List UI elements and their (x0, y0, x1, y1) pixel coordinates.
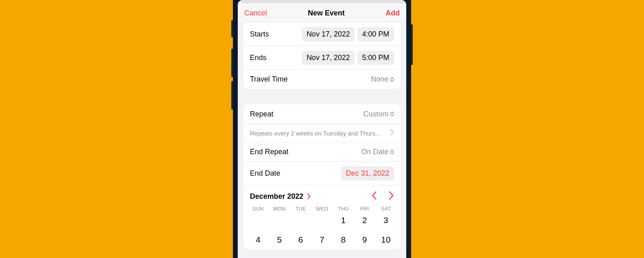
volume-down-button (231, 81, 233, 110)
chevron-right-icon (307, 192, 311, 200)
ends-time-button[interactable]: 5:00 PM (357, 51, 394, 65)
updown-icon (390, 112, 394, 116)
volume-up-button (231, 49, 233, 77)
new-event-modal: Cancel New Event Add Starts Nov 17, 2022… (238, 3, 406, 258)
calendar-prev-button[interactable] (371, 191, 377, 202)
repeat-summary-text: Repeats every 2 weeks on Tuesday and Thu… (250, 130, 387, 137)
end-repeat-label: End Repeat (250, 148, 288, 156)
weekday-label: FRI (354, 206, 375, 212)
ends-label: Ends (250, 54, 267, 62)
calendar-day[interactable]: 1 (333, 214, 354, 226)
calendar-day[interactable]: 7 (311, 234, 333, 246)
updown-icon (390, 77, 394, 82)
weekday-label: MON (269, 206, 290, 212)
chevron-right-icon (390, 129, 394, 137)
add-button[interactable]: Add (386, 9, 400, 17)
calendar-day-empty (290, 214, 311, 226)
end-repeat-row[interactable]: End Repeat On Date (243, 142, 401, 161)
calendar-day[interactable]: 6 (290, 234, 311, 246)
calendar-next-button[interactable] (388, 191, 394, 202)
starts-time-button[interactable]: 4:00 PM (357, 27, 394, 41)
calendar-day[interactable]: 2 (354, 214, 375, 226)
end-date-button[interactable]: Dec 31, 2022 (341, 166, 394, 181)
nav-bar: Cancel New Event Add (238, 3, 406, 23)
starts-label: Starts (250, 30, 269, 39)
end-date-label: End Date (250, 169, 280, 178)
calendar-day[interactable]: 8 (333, 234, 354, 246)
ends-date-button[interactable]: Nov 17, 2022 (302, 51, 355, 65)
time-group: Starts Nov 17, 2022 4:00 PM Ends Nov 17,… (243, 23, 401, 89)
repeat-summary-row[interactable]: Repeats every 2 weeks on Tuesday and Thu… (243, 124, 401, 142)
calendar-month-button[interactable]: December 2022 (250, 192, 311, 201)
calendar-day[interactable]: 9 (354, 234, 375, 246)
weekday-label: TUE (290, 206, 311, 212)
travel-time-value: None (371, 75, 388, 84)
calendar-day[interactable]: 5 (269, 234, 290, 246)
weekday-label: WED (311, 206, 333, 212)
starts-row: Starts Nov 17, 2022 4:00 PM (243, 23, 401, 46)
weekday-label: SAT (375, 206, 397, 212)
modal-content: Starts Nov 17, 2022 4:00 PM Ends Nov 17,… (238, 23, 406, 258)
repeat-row[interactable]: Repeat Custom (243, 104, 401, 124)
repeat-label: Repeat (250, 110, 273, 118)
cancel-button[interactable]: Cancel (244, 9, 267, 17)
repeat-value: Custom (363, 110, 388, 118)
repeat-group: Repeat Custom Repeats every 2 weeks on T… (243, 104, 401, 249)
calendar-day-empty (311, 214, 333, 226)
calendar-day[interactable]: 4 (247, 234, 269, 246)
calendar-day[interactable]: 10 (375, 234, 397, 246)
travel-time-row[interactable]: Travel Time None (243, 69, 401, 89)
calendar-day[interactable]: 3 (375, 214, 397, 226)
ends-row: Ends Nov 17, 2022 5:00 PM (243, 46, 401, 69)
travel-time-label: Travel Time (250, 75, 288, 84)
calendar-month-label: December 2022 (250, 192, 303, 200)
weekday-label: SUN (247, 206, 269, 212)
phone-frame: Cancel New Event Add Starts Nov 17, 2022… (233, 0, 411, 258)
calendar-weekday-row: SUNMONTUEWEDTHUFRISAT (243, 206, 401, 214)
weekday-label: THU (333, 206, 354, 212)
calendar-header: December 2022 (243, 185, 401, 206)
starts-date-button[interactable]: Nov 17, 2022 (302, 27, 355, 41)
end-repeat-value: On Date (361, 148, 388, 156)
screen: Cancel New Event Add Starts Nov 17, 2022… (238, 0, 406, 258)
end-date-row: End Date Dec 31, 2022 (243, 161, 401, 185)
calendar-day-empty (247, 214, 269, 226)
calendar-days-grid: 12345678910 (243, 214, 401, 249)
calendar-day-empty (269, 214, 290, 226)
power-button (411, 24, 413, 65)
updown-icon (390, 150, 394, 155)
side-button (231, 20, 233, 37)
modal-title: New Event (308, 9, 345, 17)
